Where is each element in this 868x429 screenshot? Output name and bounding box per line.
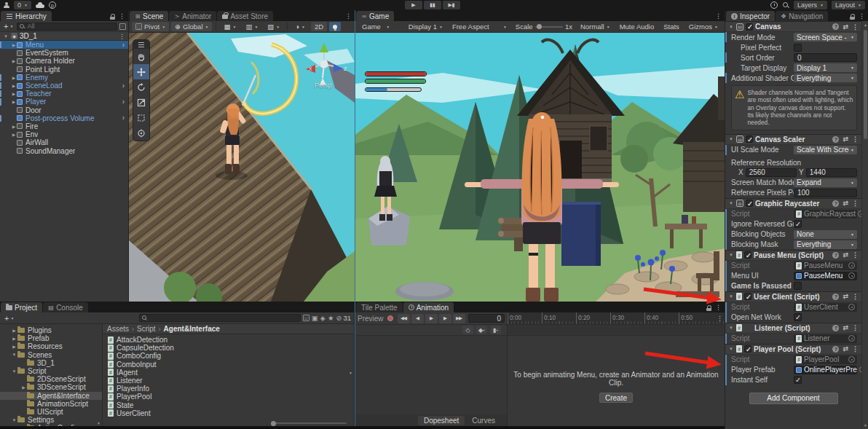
move-tool-button[interactable] (133, 64, 149, 79)
zoom-slider-knob[interactable] (271, 421, 276, 426)
add-event-button[interactable]: ◆+ (476, 326, 487, 334)
kebab-menu-icon[interactable]: ⋮ (119, 12, 125, 20)
tab-console[interactable]: ▤Console (43, 302, 88, 312)
file-row[interactable]: # ComboInput (103, 361, 354, 369)
canvas-header[interactable]: ▼ ▭ Canvas ?⇄⋮ (725, 21, 861, 32)
step-button[interactable]: ▶▮ (443, 1, 460, 9)
kebab-menu-icon[interactable]: ⋮ (345, 12, 352, 20)
project-search-field[interactable] (139, 314, 301, 322)
presets-icon[interactable]: ⇄ (843, 251, 848, 259)
scroll-down-icon[interactable]: ▼ (95, 421, 102, 425)
expand-icon[interactable]: ▶ (11, 99, 17, 104)
global-dropdown[interactable]: ⊕Global▼ (171, 22, 212, 31)
hierarchy-item[interactable]: ▶ Post-process Volume › (0, 114, 128, 122)
tab-game[interactable]: ∞Game (356, 11, 394, 21)
collapse-icon[interactable]: ▼ (728, 294, 734, 299)
game-paused-checkbox[interactable] (794, 282, 802, 290)
file-row[interactable]: # UserClient (103, 409, 354, 417)
kebab-menu-icon[interactable]: ⋮ (852, 324, 859, 331)
add-component-button[interactable]: Add Component (749, 393, 838, 404)
scene-viewport[interactable]: X Z Persp (129, 33, 355, 302)
search-by-type-icon[interactable]: ⊡ (303, 315, 309, 321)
expand-icon[interactable]: ▶ (11, 124, 17, 129)
tool-settings-dropdown[interactable]: ▧▼ (264, 22, 283, 31)
ui-scale-mode-dropdown[interactable]: Scale With Screen▼ (794, 146, 857, 154)
hierarchy-item[interactable]: ▶ SoundManager › (0, 146, 128, 154)
hierarchy-item[interactable]: ▶ Point Light › (0, 66, 128, 74)
collapse-icon[interactable]: ▼ (728, 137, 734, 141)
hierarchy-item[interactable]: ▶ Menu › (0, 41, 128, 49)
lighting-toggle-button[interactable] (329, 22, 341, 31)
help-icon[interactable]: ? (832, 346, 839, 353)
hierarchy-item[interactable]: ▶ EventSystem › (0, 49, 128, 57)
2d-mode-button[interactable]: 2D (311, 22, 327, 31)
hierarchy-item[interactable]: ▶ Fire › (0, 122, 128, 130)
presets-icon[interactable]: ⇄ (843, 23, 848, 31)
kebab-menu-icon[interactable]: ⋮ (852, 23, 859, 31)
kebab-menu-icon[interactable]: ⋮ (859, 12, 865, 20)
account-dropdown[interactable]: 0▼ (14, 1, 31, 9)
instant-self-checkbox[interactable] (794, 376, 802, 384)
thumbnail-zoom-slider[interactable] (271, 422, 347, 424)
hierarchy-item[interactable]: ▶ Teacher › (0, 90, 128, 98)
scroll-down-icon[interactable]: ▼ (347, 371, 354, 375)
pixel-perfect-checkbox[interactable] (794, 44, 802, 52)
ignore-reversed-checkbox[interactable] (794, 220, 802, 228)
lock-icon[interactable] (850, 14, 855, 20)
expand-icon[interactable]: ▶ (11, 91, 17, 96)
hand-tool-button[interactable] (133, 49, 149, 64)
help-icon[interactable]: ? (832, 325, 839, 331)
hierarchy-search-input[interactable] (27, 23, 114, 30)
folder-row[interactable]: ▼▶ Plugins (0, 326, 102, 334)
file-row[interactable]: # ComboConfig (103, 352, 354, 360)
stats-button[interactable]: Stats (660, 22, 683, 31)
create-animation-button[interactable]: Create (599, 393, 633, 403)
record-button[interactable] (385, 314, 396, 323)
player-pool-enabled-checkbox[interactable] (744, 345, 751, 353)
kebab-menu-icon[interactable]: ⋮ (852, 135, 859, 143)
current-frame-field[interactable]: 0 (468, 314, 505, 323)
kebab-menu-icon[interactable]: ⋮ (715, 12, 722, 20)
folder-row[interactable]: ▼▶ UIScript (0, 408, 102, 416)
presets-icon[interactable]: ⇄ (843, 135, 848, 143)
hierarchy-item[interactable]: ▶ Door › (0, 106, 128, 114)
folder-row[interactable]: ▼▶ Script (0, 367, 102, 375)
target-display-dropdown[interactable]: Display 1▼ (794, 63, 857, 72)
next-frame-button[interactable]: ▶ (439, 314, 451, 323)
add-gameobject-button[interactable]: +▼ (2, 22, 15, 31)
hierarchy-item[interactable]: ▶ SceneLoad › (0, 82, 128, 90)
reference-y-field[interactable]: 1440 (806, 168, 857, 177)
blocking-objects-dropdown[interactable]: None▼ (794, 230, 857, 239)
folder-row[interactable]: ▼▶ Scenes (0, 351, 102, 359)
lock-icon[interactable] (706, 305, 711, 311)
player-prefab-object-field[interactable]: OnlinePlayerPre (794, 366, 857, 374)
pause-button[interactable]: ▮▮ (424, 1, 441, 9)
folder-row[interactable]: ▼▶ Agent&Interface (0, 392, 102, 400)
scale-slider[interactable] (535, 26, 563, 28)
tab-tile-palette[interactable]: Tile Palette (356, 302, 403, 312)
object-picker-icon[interactable] (848, 304, 855, 310)
search-icon[interactable] (782, 1, 789, 9)
layers-dropdown[interactable]: Layers▼ (794, 1, 827, 9)
help-icon[interactable]: ? (832, 23, 839, 30)
sort-order-field[interactable]: 0 (794, 53, 857, 62)
collapse-icon[interactable]: ▼ (11, 418, 17, 422)
canvas-enabled-checkbox[interactable] (746, 23, 753, 31)
collapse-icon[interactable]: ▼ (728, 347, 734, 351)
kebab-menu-icon[interactable]: ⋮ (119, 33, 125, 40)
kebab-menu-icon[interactable]: ⋮ (852, 200, 859, 207)
file-row[interactable]: # State (103, 401, 354, 409)
tab-project[interactable]: Project (1, 302, 42, 312)
tab-hierarchy[interactable]: Hierarchy (1, 11, 52, 21)
file-row[interactable]: # IAgent (103, 369, 354, 377)
rect-tool-button[interactable] (133, 110, 149, 125)
canvas-scaler-enabled-checkbox[interactable] (746, 135, 753, 143)
expand-icon[interactable]: ▶ (11, 42, 17, 47)
tab-asset-store[interactable]: Asset Store (217, 11, 273, 21)
folder-row[interactable]: ▼▶ 2DSceneScript (0, 375, 102, 383)
add-keyframe-button[interactable]: ◇ (462, 326, 473, 334)
blocking-mask-dropdown[interactable]: Everything▼ (794, 240, 857, 249)
prefab-open-arrow[interactable]: › (122, 42, 125, 49)
file-scrollbar[interactable]: ▼ (347, 334, 354, 426)
breadcrumb-assets[interactable]: Assets (107, 325, 129, 333)
